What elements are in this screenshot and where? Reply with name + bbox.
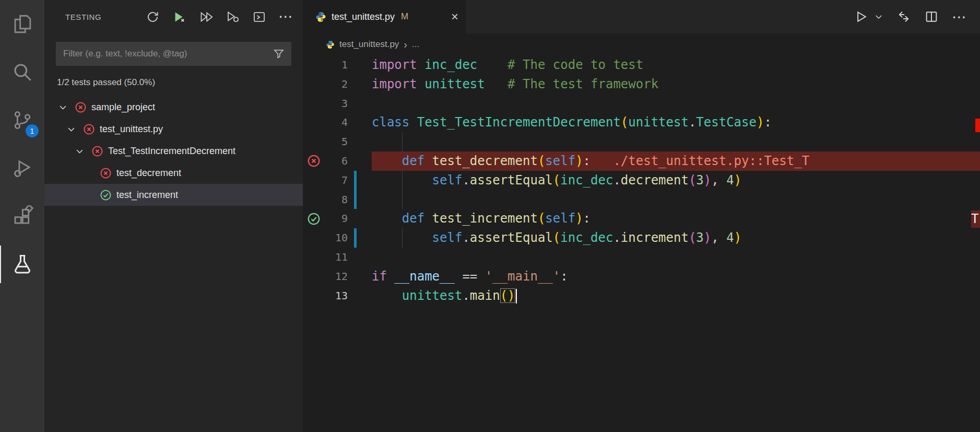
tree-item-label: sample_project (91, 102, 155, 113)
token-match: () (500, 288, 515, 303)
code-text[interactable]: def test_increment(self): (372, 209, 980, 228)
token-pl (424, 211, 432, 226)
gutter-mod-spacer (348, 113, 360, 132)
token-fn: assertEqual (470, 173, 553, 188)
run-and-debug-icon[interactable] (0, 144, 44, 192)
testing-actions: ⋯ (145, 9, 293, 25)
run-all-tests-icon[interactable] (198, 9, 214, 25)
filter-box (56, 42, 291, 66)
token-b1: ( (538, 154, 545, 168)
gutter-spacer (303, 171, 325, 190)
tree-item-Test_TestIncrementDecrement[interactable]: Test_TestIncrementDecrement (44, 140, 303, 162)
token-pl: : (583, 154, 591, 168)
more-editor-actions-icon[interactable]: ⋯ (952, 8, 966, 26)
token-b2: ( (689, 173, 696, 188)
gutter-test-pass-icon[interactable] (303, 209, 325, 228)
token-pl: . (613, 230, 620, 245)
gutter-spacer (303, 94, 325, 113)
code-text[interactable]: import unittest # The test framework (372, 75, 980, 94)
token-b2: ) (704, 230, 711, 245)
gutter-spacer (303, 248, 325, 267)
overview-ruler-error-mark (975, 119, 980, 132)
rerun-failed-tests-icon[interactable] (171, 9, 187, 25)
debug-tests-icon[interactable] (225, 9, 240, 25)
code-text[interactable] (372, 248, 980, 267)
code-text[interactable] (372, 132, 980, 151)
source-control-badge: 1 (26, 124, 39, 137)
token-def: self (432, 173, 463, 188)
tree-item-test_unittest.py[interactable]: test_unittest.py (44, 118, 303, 140)
token-pl (387, 269, 394, 284)
code-line-5: 5 (303, 132, 980, 151)
refresh-tests-icon[interactable] (145, 9, 160, 25)
editor-actions: ⋯ (854, 0, 980, 33)
token-b2: ( (689, 230, 696, 245)
extensions-icon[interactable] (0, 192, 44, 240)
code-text[interactable]: def test_decrement(self): ./test_unittes… (372, 151, 980, 171)
chevron-down-icon[interactable] (75, 146, 91, 156)
split-editor-icon[interactable] (924, 9, 939, 24)
code-text[interactable]: import inc_dec # The code to test (372, 55, 980, 75)
token-b1: ( (553, 173, 560, 188)
token-typ: inc_dec (560, 173, 613, 188)
code-text[interactable] (372, 94, 980, 113)
token-def: self (545, 154, 575, 168)
line-number: 7 (325, 171, 348, 190)
filter-funnel-icon[interactable] (273, 48, 285, 60)
filter-input[interactable] (63, 49, 273, 59)
show-output-icon[interactable] (251, 9, 267, 25)
token-b2: ) (704, 173, 711, 188)
open-changes-icon[interactable] (896, 9, 911, 24)
python-file-icon (326, 40, 335, 49)
token-def: def (402, 211, 424, 226)
run-file-icon[interactable] (854, 9, 868, 24)
gutter-test-fail-icon[interactable] (303, 151, 325, 171)
source-control-icon[interactable]: 1 (0, 96, 44, 144)
right-edge-clipped-text: T (971, 211, 980, 228)
run-dropdown-chevron-icon[interactable] (881, 12, 883, 21)
token-cm: # The test framework (507, 77, 658, 91)
token-pl (417, 57, 424, 72)
code-text[interactable]: class Test_TestIncrementDecrement(unitte… (372, 113, 980, 132)
explorer-icon[interactable] (0, 0, 44, 48)
gutter-mod-spacer (348, 151, 360, 171)
token-str: '__main__' (485, 269, 561, 284)
gutter-mod-spacer (348, 286, 360, 306)
more-actions-icon[interactable]: ⋯ (278, 9, 293, 25)
line-number: 13 (325, 286, 348, 306)
token-typ: inc_dec (560, 230, 613, 245)
code-text[interactable]: unittest.main() (372, 286, 980, 306)
code-text[interactable]: self.assertEqual(inc_dec.increment(3), 4… (372, 228, 980, 248)
chevron-down-icon[interactable] (66, 124, 83, 134)
test-fail-icon (83, 123, 95, 135)
breadcrumb-more[interactable]: ... (412, 39, 419, 50)
code-area: 1import inc_dec # The code to test2impor… (303, 55, 980, 432)
chevron-down-icon[interactable] (58, 102, 75, 112)
tree-item-sample_project[interactable]: sample_project (44, 96, 303, 118)
line-number: 4 (325, 113, 348, 132)
search-icon[interactable] (0, 48, 44, 96)
token-b1: ) (575, 154, 583, 168)
code-text[interactable]: self.assertEqual(inc_dec.decrement(3), 4… (372, 171, 980, 190)
testing-flask-icon[interactable] (0, 240, 44, 288)
close-icon[interactable]: × (451, 10, 458, 23)
tree-item-test_decrement[interactable]: test_decrement (44, 162, 303, 184)
code-text[interactable]: if __name__ == '__main__': (372, 267, 980, 286)
code-text[interactable] (372, 190, 980, 209)
code-line-4: 4class Test_TestIncrementDecrement(unitt… (303, 113, 980, 132)
line-number: 11 (325, 248, 348, 267)
token-cm: # The code to test (507, 57, 643, 72)
token-num: 3 (696, 230, 703, 245)
tree-item-test_increment[interactable]: test_increment (44, 184, 303, 206)
breadcrumb-file[interactable]: test_unittest.py (339, 39, 399, 50)
line-number: 8 (325, 190, 348, 209)
line-number: 9 (325, 209, 348, 228)
test-fail-icon (91, 145, 103, 157)
git-modified-badge: M (401, 11, 408, 22)
tab-test-unittest-py[interactable]: test_unittest.py M × (303, 0, 466, 33)
gutter-spacer (303, 286, 325, 306)
tree-item-label: test_unittest.py (100, 124, 163, 135)
code-line-11: 11 (303, 248, 980, 267)
sidebar-title: TESTING (65, 13, 101, 21)
token-pl (372, 154, 402, 168)
